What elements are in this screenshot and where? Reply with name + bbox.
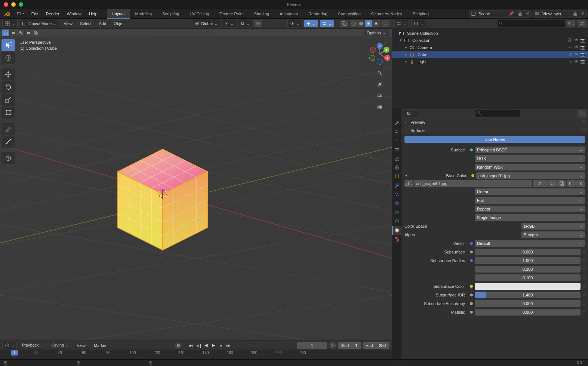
open-image-button[interactable] [567,180,576,187]
expand-icon[interactable]: ▸ [405,59,409,64]
tree-item-camera[interactable]: ▸ Camera 👁 📷 [392,44,588,51]
zoom-button[interactable] [375,68,385,78]
axis-z[interactable]: Z [377,43,383,49]
timeline-keying-menu[interactable]: Keying [49,343,72,348]
color-socket-icon[interactable] [470,285,473,288]
jump-end-button[interactable]: ⏭ [225,342,232,349]
workspace-tab-uv-editing[interactable]: UV Editing [184,9,214,18]
checkbox-icon[interactable]: ☑ [566,38,572,43]
prop-tab-viewlayer[interactable] [392,145,401,154]
shading-wireframe[interactable] [350,20,357,27]
eye-icon[interactable]: 👁 [573,38,579,43]
select-tweak[interactable] [2,30,10,36]
workspace-tab-scripting[interactable]: Scripting [407,9,434,18]
prop-tab-material[interactable] [392,226,401,235]
eye-icon[interactable]: 👁 [573,52,579,57]
expand-icon[interactable]: ▾ [400,38,404,43]
prop-tab-world[interactable] [392,163,401,172]
axis-neg-x[interactable] [370,47,376,53]
play-button[interactable]: ▶ [210,342,217,349]
tree-scene-collection[interactable]: Scene Collection [392,30,588,37]
anim-dot-icon[interactable] [583,277,585,279]
prop-tab-scene[interactable] [392,154,401,163]
color-space-field[interactable]: sRGB [521,223,585,230]
prop-tab-object[interactable] [392,172,401,181]
timeline-marker-menu[interactable]: Marker [91,343,110,348]
blender-logo-icon[interactable] [4,10,11,18]
vector-socket-icon[interactable] [470,242,473,245]
workspace-tab-layout[interactable]: Layout [107,9,130,19]
current-frame-field[interactable]: 1 [297,342,327,349]
shading-options[interactable] [381,20,390,27]
select-box[interactable] [10,30,17,36]
subsurface-radius-x[interactable]: 1.000 [475,257,581,264]
mode-selector[interactable]: Object Mode⌄ [19,20,59,27]
float-socket-icon[interactable] [470,293,473,297]
new-scene-button[interactable] [516,12,524,16]
workspace-tab-animation[interactable]: Animation [274,9,303,18]
subsurface-aniso-field[interactable]: 0.000 [475,300,581,307]
shader-socket-icon[interactable] [470,148,473,152]
pan-button[interactable] [375,80,385,89]
prop-tab-physics[interactable] [392,199,401,208]
timeline-track[interactable]: 1 20406080100120140160180200220240 [0,350,392,359]
prop-tab-particles[interactable] [392,190,401,199]
camera-icon[interactable]: 📷 [580,52,586,57]
outliner-new-collection[interactable]: + [578,20,586,27]
tool-move[interactable] [1,68,15,80]
axis-neg-z[interactable] [377,59,383,65]
start-frame-field[interactable]: Start1 [338,342,361,349]
shading-rendered[interactable] [372,20,380,27]
delete-viewlayer-button[interactable]: ✕ [579,11,586,16]
source-field[interactable]: Single Image [475,214,585,221]
tree-item-light[interactable]: ▸ Light 👁 📷 [392,58,588,65]
anim-dot-icon[interactable] [583,259,585,262]
fake-user-button[interactable] [548,180,557,187]
axis-y[interactable]: Y [384,47,390,53]
pivot-selector[interactable]: ⌄ [222,20,236,27]
drag-handle-icon[interactable]: ⠿ [582,128,585,133]
menu-help[interactable]: Help [85,10,101,18]
image-users-field[interactable]: 2 [533,180,548,187]
extension-field[interactable]: Repeat [475,206,585,212]
menu-edit[interactable]: Edit [28,10,42,18]
timeline-view-menu[interactable]: View [74,343,89,348]
subsurface-radius-y[interactable]: 0.200 [475,266,581,273]
select-intersect[interactable] [32,30,40,36]
keyframe-next-button[interactable]: |⏵ [218,342,224,349]
prop-tab-modifiers[interactable] [392,181,401,190]
overlay-toggle[interactable]: ⌄ [320,20,334,27]
scene-selector[interactable]: 📌 ✕ [469,10,532,18]
tool-annotate[interactable] [1,123,15,135]
workspace-tab-compositing[interactable]: Compositing [333,9,366,18]
unlink-image-button[interactable]: ✕ [576,180,585,187]
visibility-selector[interactable]: ⌄ [287,20,302,27]
properties-options[interactable] [578,110,586,117]
gizmo-toggle[interactable]: ⌄ [304,20,318,27]
snap-selector[interactable]: ⌄ [238,20,252,27]
interpolation-field[interactable]: Linear [475,188,585,195]
anim-dot-icon[interactable] [583,302,585,305]
eye-icon[interactable]: 👁 [573,45,579,50]
viewport-menu-select[interactable]: Select [77,21,95,26]
viewport-menu-view[interactable]: View [61,21,76,26]
outliner-display-mode[interactable] [411,20,427,27]
axis-x[interactable]: X [384,55,390,61]
prop-tab-output[interactable] [392,136,401,145]
anim-dot-icon[interactable] [583,311,585,313]
float-socket-icon[interactable] [470,310,473,314]
tool-scale[interactable] [1,94,15,106]
outliner-editor-type[interactable]: ⌄ [394,20,409,27]
select-extend[interactable] [17,30,25,36]
menu-render[interactable]: Render [42,10,63,18]
menu-file[interactable]: File [13,10,28,18]
shading-material[interactable] [365,20,372,27]
prop-tab-tool[interactable] [392,118,401,127]
panel-surface-header[interactable]: ⌄ Surface ⠿ [401,126,588,135]
vector-socket-icon[interactable] [470,259,473,262]
tool-options-button[interactable]: Options⌄ [363,30,390,36]
metallic-field[interactable]: 0.000 [475,309,581,316]
tool-select-box[interactable] [1,39,15,51]
workspace-tab-geometry-nodes[interactable]: Geometry Nodes [366,9,407,18]
auto-keying-toggle[interactable] [175,342,182,349]
